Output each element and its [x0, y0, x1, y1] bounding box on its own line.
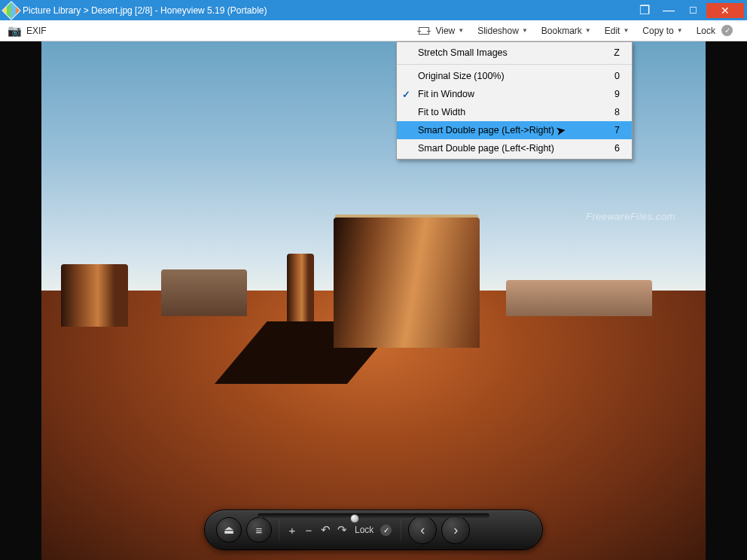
maximize-button[interactable]: ☐ — [682, 3, 703, 18]
prev-button[interactable]: ‹ — [408, 516, 437, 544]
restore-down-icon[interactable]: ❐ — [634, 3, 655, 18]
menu-item-double-rl[interactable]: Smart Double page (Left<-Right)6 — [397, 139, 632, 157]
view-dropdown: Stretch Small ImagesZ Original Size (100… — [396, 41, 633, 160]
check-circle-icon: ✓ — [380, 525, 392, 536]
edit-menu[interactable]: Edit▼ — [598, 26, 636, 36]
menu-item-stretch-small[interactable]: Stretch Small ImagesZ — [397, 44, 632, 62]
lock-toggle[interactable]: Lock ✓ — [350, 525, 396, 536]
chevron-down-icon: ▼ — [623, 27, 629, 34]
app-icon — [2, 1, 20, 20]
menu-item-fit-width[interactable]: Fit to Width8 — [397, 103, 632, 121]
next-button[interactable]: › — [441, 516, 470, 544]
rotate-right-button[interactable]: ↷ — [334, 523, 350, 537]
toolbar: 📷 EXIF View▼ Slideshow▼ Bookmark▼ Edit▼ … — [0, 20, 747, 41]
copy-to-menu[interactable]: Copy to▼ — [636, 26, 689, 36]
eject-button[interactable]: ⏏ — [216, 517, 242, 543]
slider-thumb[interactable] — [350, 514, 359, 523]
watermark: FreewareFiles.com — [586, 211, 675, 222]
list-button[interactable]: ≡ — [246, 517, 272, 543]
title-bar: Picture Library > Desert.jpg [2/8] - Hon… — [0, 0, 747, 20]
rotate-left-button[interactable]: ↶ — [317, 523, 334, 537]
camera-icon: 📷 — [8, 24, 22, 38]
view-icon — [419, 27, 429, 35]
check-circle-icon: ✓ — [721, 25, 733, 36]
image-viewport[interactable]: FreewareFiles.com ⏏ ≡ + − ↶ ↷ Lock ✓ ‹ › — [0, 41, 747, 560]
view-menu[interactable]: View▼ — [412, 26, 471, 36]
menu-separator — [397, 64, 632, 65]
window-title: Picture Library > Desert.jpg [2/8] - Hon… — [23, 5, 267, 16]
control-bar: ⏏ ≡ + − ↶ ↷ Lock ✓ ‹ › — [204, 510, 543, 550]
menu-item-original-size[interactable]: Original Size (100%)0 — [397, 67, 632, 85]
chevron-down-icon: ▼ — [677, 27, 683, 34]
chevron-down-icon: ▼ — [585, 27, 591, 34]
chevron-down-icon: ▼ — [522, 27, 528, 34]
slideshow-menu[interactable]: Slideshow▼ — [471, 26, 535, 36]
close-button[interactable]: ✕ — [706, 3, 744, 18]
chevron-down-icon: ▼ — [458, 27, 464, 34]
bookmark-menu[interactable]: Bookmark▼ — [535, 26, 598, 36]
menu-item-double-lr[interactable]: Smart Double page (Left->Right)7 — [397, 121, 632, 139]
lock-menu[interactable]: Lock ✓ — [690, 25, 739, 36]
position-slider[interactable] — [258, 513, 489, 518]
exif-button[interactable]: EXIF — [26, 26, 47, 36]
check-icon: ✓ — [402, 89, 410, 100]
minimize-button[interactable]: — — [658, 3, 679, 18]
zoom-in-button[interactable]: + — [284, 524, 300, 537]
menu-item-fit-window[interactable]: ✓ Fit in Window9 — [397, 85, 632, 103]
zoom-out-button[interactable]: − — [300, 524, 317, 537]
